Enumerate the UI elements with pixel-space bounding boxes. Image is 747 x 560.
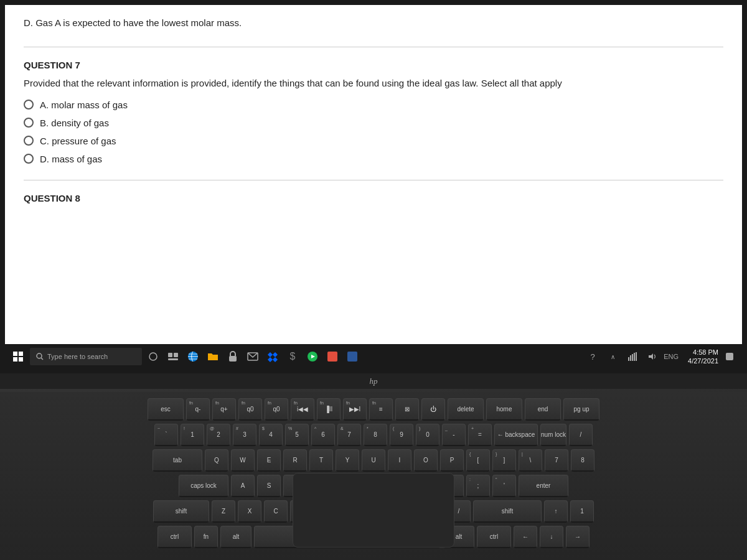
key-i[interactable]: I bbox=[388, 449, 411, 472]
key-lbracket[interactable]: {[ bbox=[466, 449, 490, 472]
key-alt-left[interactable]: alt bbox=[220, 526, 251, 548]
cortana-icon[interactable] bbox=[144, 348, 162, 365]
key-s[interactable]: S bbox=[257, 475, 281, 497]
key-shift-right[interactable]: shift bbox=[473, 500, 542, 523]
key-5[interactable]: %5 bbox=[285, 424, 309, 446]
key-f8[interactable]: fn≡ bbox=[369, 398, 393, 421]
key-1[interactable]: !1 bbox=[181, 424, 204, 446]
svg-marker-15 bbox=[268, 357, 273, 362]
option-c[interactable]: C. pressure of gas bbox=[24, 136, 723, 146]
task-view-icon[interactable] bbox=[164, 348, 182, 365]
fn-row: esc fnq- fnq+ fnq0 fnq0 fni◀◀ fn▐II fn▶▶… bbox=[25, 398, 722, 421]
key-r[interactable]: R bbox=[283, 449, 307, 472]
checkbox-d[interactable] bbox=[24, 154, 34, 164]
network-icon[interactable] bbox=[624, 348, 641, 365]
hp-logo: hp bbox=[370, 376, 378, 386]
language-indicator[interactable]: ENG bbox=[664, 353, 679, 360]
key-c[interactable]: C bbox=[264, 500, 288, 523]
key-z[interactable]: Z bbox=[212, 500, 235, 523]
file-explorer-icon[interactable] bbox=[204, 348, 222, 365]
app1-icon[interactable] bbox=[324, 348, 341, 365]
checkbox-b[interactable] bbox=[24, 118, 34, 128]
option-b[interactable]: B. density of gas bbox=[24, 118, 723, 128]
start-button[interactable] bbox=[9, 347, 27, 366]
key-6[interactable]: ^6 bbox=[311, 424, 335, 446]
key-home[interactable]: home bbox=[486, 398, 522, 421]
key-y[interactable]: Y bbox=[336, 449, 359, 472]
key-equals[interactable]: += bbox=[468, 424, 492, 446]
key-tab[interactable]: tab bbox=[153, 449, 202, 472]
media-icon[interactable] bbox=[304, 348, 321, 365]
lock-icon[interactable] bbox=[224, 348, 242, 365]
key-w[interactable]: W bbox=[231, 449, 255, 472]
key-fn[interactable]: fn bbox=[194, 526, 218, 548]
key-arrow-down[interactable]: ↓ bbox=[540, 526, 563, 548]
key-slash-num[interactable]: / bbox=[569, 424, 593, 446]
option-d[interactable]: D. mass of gas bbox=[24, 154, 723, 164]
key-o[interactable]: O bbox=[414, 449, 438, 472]
key-pgup[interactable]: pg up bbox=[563, 398, 599, 421]
key-arrow-right[interactable]: → bbox=[566, 526, 590, 548]
key-semicolon[interactable]: :; bbox=[466, 475, 490, 497]
key-num1[interactable]: 1 bbox=[570, 500, 594, 523]
key-minus[interactable]: _- bbox=[442, 424, 466, 446]
key-backspace[interactable]: ← backspace bbox=[494, 424, 538, 446]
volume-icon[interactable] bbox=[644, 348, 661, 365]
key-9[interactable]: (9 bbox=[390, 424, 413, 446]
key-arrow-left[interactable]: ← bbox=[514, 526, 537, 548]
key-f4[interactable]: fnq0 bbox=[265, 398, 288, 421]
tray-expand-icon[interactable]: ∧ bbox=[604, 348, 621, 365]
browser-icon[interactable] bbox=[184, 348, 202, 365]
key-numlock[interactable]: num lock bbox=[540, 424, 566, 446]
dropbox-icon[interactable] bbox=[264, 348, 281, 365]
key-p[interactable]: P bbox=[440, 449, 464, 472]
dollar-icon[interactable]: $ bbox=[284, 348, 301, 365]
key-f6[interactable]: fn▐II bbox=[317, 398, 341, 421]
key-ctrl-left[interactable]: ctrl bbox=[157, 526, 192, 548]
key-backtick[interactable]: ~` bbox=[154, 424, 178, 446]
key-backslash[interactable]: |\ bbox=[519, 449, 542, 472]
key-a[interactable]: A bbox=[231, 475, 255, 497]
key-f3[interactable]: fnq0 bbox=[238, 398, 262, 421]
key-4[interactable]: $4 bbox=[259, 424, 283, 446]
key-capslock[interactable]: caps lock bbox=[179, 475, 228, 497]
option-a[interactable]: A. molar mass of gas bbox=[24, 100, 723, 110]
key-f9[interactable]: ⊠ bbox=[395, 398, 419, 421]
key-e[interactable]: E bbox=[257, 449, 281, 472]
key-ctrl-right[interactable]: ctrl bbox=[477, 526, 511, 548]
key-arrow-up[interactable]: ↑ bbox=[544, 500, 568, 523]
key-f10[interactable]: ⏻ bbox=[421, 398, 445, 421]
key-delete[interactable]: delete bbox=[448, 398, 484, 421]
key-quote[interactable]: "' bbox=[492, 475, 516, 497]
key-0[interactable]: )0 bbox=[416, 424, 439, 446]
mail-icon[interactable] bbox=[244, 348, 261, 365]
key-f1[interactable]: fnq- bbox=[186, 398, 210, 421]
key-shift-left[interactable]: shift bbox=[153, 500, 209, 523]
notification-icon[interactable] bbox=[721, 348, 738, 365]
key-x[interactable]: X bbox=[238, 500, 261, 523]
key-f7[interactable]: fn▶▶I bbox=[343, 398, 367, 421]
laptop-body: D. Gas A is expected to have the lowest … bbox=[0, 0, 747, 560]
key-f2[interactable]: fnq+ bbox=[212, 398, 236, 421]
key-2[interactable]: @2 bbox=[207, 424, 230, 446]
key-u[interactable]: U bbox=[362, 449, 385, 472]
key-enter[interactable]: enter bbox=[519, 475, 568, 497]
system-clock[interactable]: 4:58 PM 4/27/2021 bbox=[681, 348, 718, 366]
key-8[interactable]: *8 bbox=[364, 424, 387, 446]
key-escape[interactable]: esc bbox=[148, 398, 184, 421]
key-3[interactable]: #3 bbox=[233, 424, 256, 446]
help-icon[interactable]: ? bbox=[584, 348, 601, 365]
checkbox-c[interactable] bbox=[24, 136, 34, 146]
app2-icon[interactable] bbox=[344, 348, 361, 365]
key-t[interactable]: T bbox=[309, 449, 333, 472]
trackpad[interactable] bbox=[293, 473, 454, 548]
key-f5[interactable]: fni◀◀ bbox=[291, 398, 314, 421]
key-7[interactable]: &7 bbox=[337, 424, 361, 446]
key-num7[interactable]: 7 bbox=[545, 449, 568, 472]
taskbar-search[interactable]: Type here to search bbox=[30, 348, 142, 365]
key-q[interactable]: Q bbox=[205, 449, 228, 472]
checkbox-a[interactable] bbox=[24, 100, 34, 110]
key-num8[interactable]: 8 bbox=[571, 449, 594, 472]
key-rbracket[interactable]: }] bbox=[492, 449, 516, 472]
key-end[interactable]: end bbox=[525, 398, 561, 421]
